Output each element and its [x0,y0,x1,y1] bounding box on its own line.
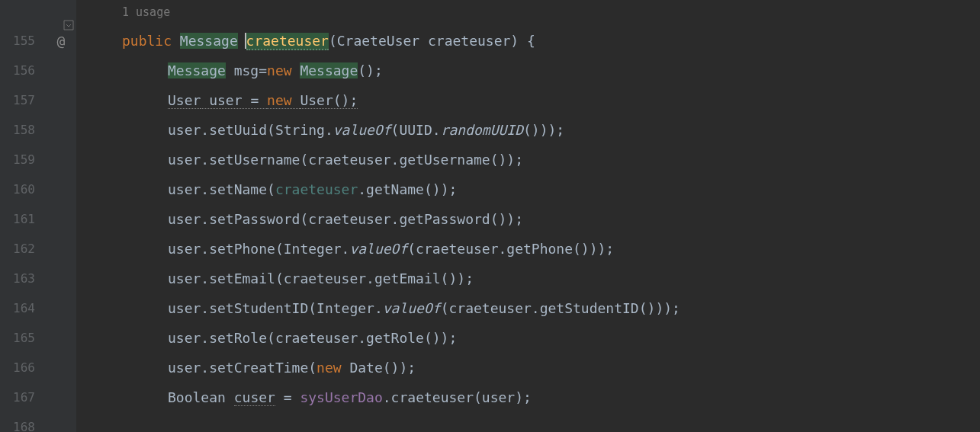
code-line[interactable]: user.setRole(craeteuser.getRole()); [76,323,980,353]
code-line[interactable]: user.setUsername(craeteuser.getUsername(… [76,145,980,174]
line-number: 160 [0,174,46,204]
line-number: 155 [0,5,46,56]
override-marker[interactable]: @ [46,5,76,56]
line-number: 166 [0,353,46,382]
code-line[interactable]: public Message craeteuser(CraeteUser cra… [76,26,980,56]
code-line[interactable]: user.setPassword(craeteuser.getPassword(… [76,204,980,234]
line-number: 161 [0,204,46,234]
type-message: Message [180,33,238,49]
at-icon: @ [57,33,66,49]
line-number: 157 [0,85,46,115]
code-line[interactable]: Message msg=new Message(); [76,56,980,85]
param-list: (CraeteUser craeteuser) { [329,33,535,49]
type: Message [168,62,226,78]
line-number: 156 [0,56,46,85]
code-area[interactable]: 1 usage public Message craeteuser(Craete… [76,0,980,432]
code-editor[interactable]: 155 156 157 158 159 160 161 162 163 164 … [0,0,980,432]
code-line[interactable]: user.setCreatTime(new Date()); [76,353,980,382]
usage-hint[interactable]: 1 usage [76,5,980,26]
code-line[interactable]: User user = new User(); [76,85,980,115]
code-line[interactable]: user.setStudentID(Integer.valueOf(craete… [76,293,980,323]
line-number: 158 [0,115,46,145]
line-number: 164 [0,293,46,323]
code-line[interactable] [76,412,980,432]
line-number: 163 [0,264,46,293]
line-number: 167 [0,382,46,412]
code-line[interactable]: user.setEmail(craeteuser.getEmail()); [76,264,980,293]
line-number: 168 [0,412,46,432]
code-line[interactable]: Boolean cuser = sysUserDao.craeteuser(us… [76,382,980,412]
line-number: 165 [0,323,46,353]
code-line[interactable]: user.setPhone(Integer.valueOf(craeteuser… [76,234,980,264]
annotation-gutter: @ [46,0,76,432]
method-name: craeteuser [246,33,329,50]
code-line[interactable]: user.setUuid(String.valueOf(UUID.randomU… [76,115,980,145]
code-line[interactable]: user.setName(craeteuser.getName()); [76,174,980,204]
line-number: 159 [0,145,46,174]
line-number: 162 [0,234,46,264]
type: User [168,92,201,109]
line-number-gutter: 155 156 157 158 159 160 161 162 163 164 … [0,0,46,432]
keyword-public: public [122,33,180,49]
fold-icon[interactable] [63,11,75,24]
